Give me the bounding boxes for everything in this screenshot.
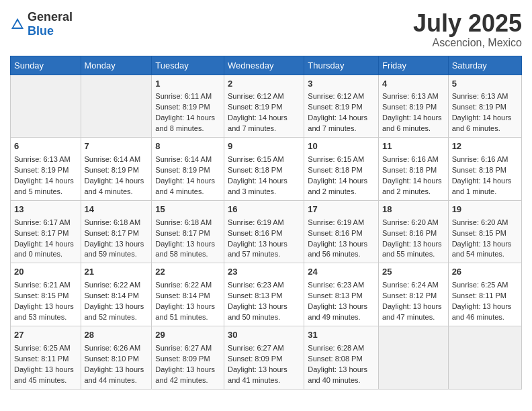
daylight-text: Daylight: 13 hours and 45 minutes. — [14, 365, 74, 384]
day-number: 16 — [228, 203, 300, 216]
calendar-week-row: 13Sunrise: 6:17 AMSunset: 8:17 PMDayligh… — [11, 200, 522, 263]
calendar-day-cell: 28Sunrise: 6:26 AMSunset: 8:10 PMDayligh… — [81, 326, 152, 389]
calendar-body: 1Sunrise: 6:11 AMSunset: 8:19 PMDaylight… — [11, 75, 522, 389]
day-number: 8 — [155, 140, 220, 153]
day-number: 7 — [85, 140, 148, 153]
calendar-day-cell: 4Sunrise: 6:13 AMSunset: 8:19 PMDaylight… — [378, 75, 448, 138]
day-number: 28 — [85, 329, 148, 342]
calendar-week-row: 27Sunrise: 6:25 AMSunset: 8:11 PMDayligh… — [11, 326, 522, 389]
calendar-day-cell: 10Sunrise: 6:15 AMSunset: 8:18 PMDayligh… — [304, 138, 379, 201]
sunrise-text: Sunrise: 6:22 AM — [85, 281, 141, 289]
calendar-day-cell: 5Sunrise: 6:13 AMSunset: 8:19 PMDaylight… — [448, 75, 521, 138]
sunrise-text: Sunrise: 6:25 AM — [452, 281, 508, 289]
calendar-day-cell — [81, 75, 152, 138]
sunset-text: Sunset: 8:19 PM — [155, 103, 210, 111]
calendar-day-cell — [448, 326, 521, 389]
sunset-text: Sunset: 8:09 PM — [155, 355, 210, 363]
daylight-text: Daylight: 14 hours and 2 minutes. — [382, 177, 442, 195]
day-number: 22 — [155, 266, 220, 279]
sunset-text: Sunset: 8:19 PM — [308, 103, 362, 111]
day-number: 31 — [308, 329, 375, 342]
daylight-text: Daylight: 14 hours and 7 minutes. — [228, 113, 287, 132]
calendar-header-row: SundayMondayTuesdayWednesdayThursdayFrid… — [11, 56, 522, 75]
sunset-text: Sunset: 8:18 PM — [452, 166, 506, 174]
sunrise-text: Sunrise: 6:22 AM — [155, 281, 212, 289]
daylight-text: Daylight: 13 hours and 40 minutes. — [308, 365, 367, 384]
title-month-year: July 2025 — [413, 10, 522, 37]
sunset-text: Sunset: 8:17 PM — [14, 229, 69, 237]
daylight-text: Daylight: 13 hours and 54 minutes. — [452, 240, 512, 259]
sunset-text: Sunset: 8:13 PM — [228, 291, 282, 300]
daylight-text: Daylight: 13 hours and 49 minutes. — [308, 302, 367, 321]
calendar-day-cell: 26Sunrise: 6:25 AMSunset: 8:11 PMDayligh… — [448, 263, 521, 326]
calendar-day-cell: 13Sunrise: 6:17 AMSunset: 8:17 PMDayligh… — [11, 200, 81, 263]
day-number: 10 — [308, 140, 375, 153]
sunrise-text: Sunrise: 6:14 AM — [155, 155, 212, 163]
calendar-day-cell: 6Sunrise: 6:13 AMSunset: 8:19 PMDaylight… — [11, 138, 81, 201]
day-number: 1 — [155, 78, 220, 91]
day-number: 6 — [14, 140, 77, 153]
sunrise-text: Sunrise: 6:23 AM — [308, 281, 364, 289]
title-block: July 2025 Ascencion, Mexico — [413, 10, 522, 49]
calendar-header-cell: Sunday — [11, 56, 81, 75]
daylight-text: Daylight: 14 hours and 6 minutes. — [382, 113, 442, 132]
day-number: 15 — [155, 203, 220, 216]
sunrise-text: Sunrise: 6:21 AM — [14, 281, 71, 289]
sunset-text: Sunset: 8:14 PM — [155, 291, 210, 300]
day-number: 26 — [452, 266, 518, 279]
calendar-day-cell: 15Sunrise: 6:18 AMSunset: 8:17 PMDayligh… — [152, 200, 224, 263]
calendar-day-cell: 21Sunrise: 6:22 AMSunset: 8:14 PMDayligh… — [81, 263, 152, 326]
sunrise-text: Sunrise: 6:15 AM — [228, 155, 284, 163]
day-number: 30 — [228, 329, 300, 342]
day-number: 20 — [14, 266, 77, 279]
daylight-text: Daylight: 14 hours and 0 minutes. — [14, 240, 74, 259]
calendar-header-cell: Tuesday — [152, 56, 224, 75]
sunrise-text: Sunrise: 6:12 AM — [228, 92, 284, 100]
calendar-day-cell: 18Sunrise: 6:20 AMSunset: 8:16 PMDayligh… — [378, 200, 448, 263]
sunset-text: Sunset: 8:19 PM — [85, 166, 139, 174]
daylight-text: Daylight: 13 hours and 55 minutes. — [382, 240, 442, 259]
calendar-day-cell: 9Sunrise: 6:15 AMSunset: 8:18 PMDaylight… — [224, 138, 304, 201]
calendar-day-cell: 24Sunrise: 6:23 AMSunset: 8:13 PMDayligh… — [304, 263, 379, 326]
sunrise-text: Sunrise: 6:27 AM — [228, 344, 284, 352]
sunset-text: Sunset: 8:15 PM — [14, 291, 69, 300]
calendar-day-cell: 23Sunrise: 6:23 AMSunset: 8:13 PMDayligh… — [224, 263, 304, 326]
daylight-text: Daylight: 13 hours and 51 minutes. — [155, 302, 215, 321]
day-number: 3 — [308, 78, 375, 91]
sunrise-text: Sunrise: 6:23 AM — [228, 281, 284, 289]
sunrise-text: Sunrise: 6:15 AM — [308, 155, 364, 163]
calendar-header-cell: Thursday — [304, 56, 379, 75]
calendar-day-cell: 12Sunrise: 6:16 AMSunset: 8:18 PMDayligh… — [448, 138, 521, 201]
daylight-text: Daylight: 13 hours and 56 minutes. — [308, 240, 367, 259]
day-number: 27 — [14, 329, 77, 342]
daylight-text: Daylight: 14 hours and 4 minutes. — [155, 177, 215, 195]
calendar-header-cell: Wednesday — [224, 56, 304, 75]
sunset-text: Sunset: 8:19 PM — [452, 103, 506, 111]
daylight-text: Daylight: 14 hours and 1 minute. — [452, 177, 512, 195]
calendar-day-cell: 3Sunrise: 6:12 AMSunset: 8:19 PMDaylight… — [304, 75, 379, 138]
calendar-week-row: 20Sunrise: 6:21 AMSunset: 8:15 PMDayligh… — [11, 263, 522, 326]
sunset-text: Sunset: 8:09 PM — [228, 355, 282, 363]
day-number: 13 — [14, 203, 77, 216]
sunrise-text: Sunrise: 6:18 AM — [85, 218, 141, 226]
sunrise-text: Sunrise: 6:16 AM — [382, 155, 439, 163]
calendar-day-cell: 1Sunrise: 6:11 AMSunset: 8:19 PMDaylight… — [152, 75, 224, 138]
daylight-text: Daylight: 13 hours and 47 minutes. — [382, 302, 442, 321]
sunset-text: Sunset: 8:16 PM — [382, 229, 437, 237]
day-number: 12 — [452, 140, 518, 153]
daylight-text: Daylight: 14 hours and 3 minutes. — [228, 177, 287, 195]
daylight-text: Daylight: 14 hours and 5 minutes. — [14, 177, 74, 195]
daylight-text: Daylight: 13 hours and 46 minutes. — [452, 302, 512, 321]
daylight-text: Daylight: 13 hours and 57 minutes. — [228, 240, 287, 259]
sunrise-text: Sunrise: 6:28 AM — [308, 344, 364, 352]
calendar-day-cell: 8Sunrise: 6:14 AMSunset: 8:19 PMDaylight… — [152, 138, 224, 201]
calendar-week-row: 1Sunrise: 6:11 AMSunset: 8:19 PMDaylight… — [11, 75, 522, 138]
sunset-text: Sunset: 8:12 PM — [382, 291, 437, 300]
logo-icon — [10, 17, 25, 32]
sunset-text: Sunset: 8:18 PM — [308, 166, 362, 174]
logo: General Blue — [10, 10, 73, 38]
sunrise-text: Sunrise: 6:17 AM — [14, 218, 71, 226]
sunset-text: Sunset: 8:17 PM — [85, 229, 139, 237]
sunset-text: Sunset: 8:15 PM — [452, 229, 506, 237]
calendar-day-cell: 27Sunrise: 6:25 AMSunset: 8:11 PMDayligh… — [11, 326, 81, 389]
